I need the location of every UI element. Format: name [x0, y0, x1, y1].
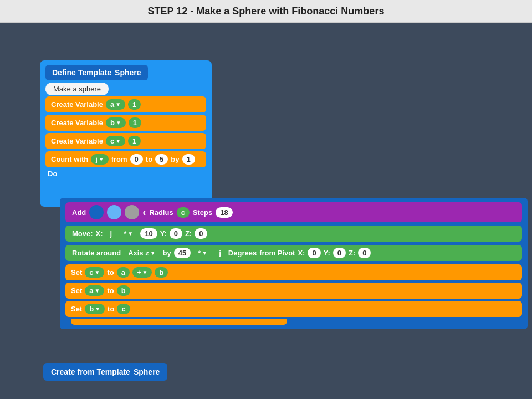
set-c-op[interactable]: + ▼ — [132, 267, 152, 278]
set-a-val[interactable]: b — [117, 285, 130, 296]
comment-row: // Make a sphere — [45, 85, 206, 93]
rotate-z-val[interactable]: 0 — [358, 248, 371, 258]
set-a-var-arrow[interactable]: ▼ — [94, 288, 100, 294]
radius-label: Radius — [149, 208, 173, 217]
move-x-val[interactable]: 10 — [140, 228, 157, 239]
rotate-x-label: X: — [298, 249, 305, 257]
comment-block: Make a sphere — [45, 83, 109, 95]
set-a-block[interactable]: Set a ▼ to b — [65, 283, 522, 299]
rotate-x-val[interactable]: 0 — [308, 248, 320, 258]
rotate-y-val[interactable]: 0 — [333, 248, 346, 258]
set-c-val-b[interactable]: b — [155, 267, 168, 278]
move-label: Move: — [72, 229, 93, 238]
count-from-label: from — [111, 155, 127, 163]
rotate-var-j[interactable]: j — [214, 248, 226, 258]
create-from-template-block[interactable]: Create from Template Sphere — [43, 363, 167, 381]
rotate-block[interactable]: Rotate around Axis z ▼ by 45 * ▼ j Degre… — [65, 245, 522, 261]
from-pivot-label: from Pivot — [259, 249, 295, 257]
comment-text: Make a sphere — [53, 85, 101, 93]
rotate-op-arrow[interactable]: ▼ — [202, 250, 207, 256]
var-b-arrow[interactable]: ▼ — [116, 120, 121, 126]
circle-light-icon — [107, 205, 121, 219]
set-c-to-label: to — [107, 268, 114, 277]
define-template-name: Sphere — [115, 68, 141, 77]
count-j-arrow[interactable]: ▼ — [99, 156, 104, 162]
rotate-op[interactable]: * ▼ — [193, 248, 212, 258]
set-c-var-arrow[interactable]: ▼ — [94, 269, 100, 275]
move-block[interactable]: Move: X: j * ▼ 10 Y: 0 Z: 0 — [65, 226, 522, 242]
set-a-label: Set — [71, 287, 82, 295]
do-label: Do — [45, 167, 206, 179]
loop-container: Add ‹ Radius c Steps 18 Move: X: j * ▼ 1… — [40, 198, 528, 329]
set-b-label: Set — [71, 305, 82, 313]
var-c-arrow[interactable]: ▼ — [115, 138, 121, 144]
rotate-z-label: Z: — [349, 249, 355, 257]
move-x-op[interactable]: * ▼ — [119, 228, 137, 239]
loop-bottom-bar — [71, 319, 287, 325]
var-c-val[interactable]: 1 — [128, 136, 141, 146]
create-from-template-label: Create from Template — [51, 367, 130, 376]
set-b-val[interactable]: c — [117, 304, 130, 314]
move-z-label: Z: — [185, 229, 192, 238]
circle-dark-icon — [89, 205, 104, 219]
set-c-label: Set — [71, 268, 82, 277]
define-template-container: Define Template Sphere // Make a sphere … — [40, 60, 212, 207]
create-var-b-block[interactable]: Create Variable b ▼ 1 — [45, 115, 206, 131]
count-var-j[interactable]: j ▼ — [91, 154, 109, 165]
set-b-to-label: to — [108, 305, 114, 313]
count-to-val[interactable]: 5 — [155, 154, 168, 165]
set-a-to-label: to — [107, 287, 114, 295]
move-x-label: X: — [96, 229, 103, 238]
set-c-val-a[interactable]: a — [117, 267, 130, 278]
move-y-label: Y: — [160, 229, 167, 238]
var-b-name[interactable]: b ▼ — [106, 117, 126, 128]
rotate-label: Rotate around — [72, 249, 121, 257]
define-template-label: Define Template — [52, 68, 111, 77]
move-x-op-arrow[interactable]: ▼ — [127, 231, 133, 237]
chevron-left-icon: ‹ — [142, 207, 146, 218]
create-from-template-name: Sphere — [134, 367, 160, 376]
degrees-label: Degrees — [228, 249, 257, 257]
axis-arrow[interactable]: ▼ — [150, 250, 156, 256]
add-label: Add — [72, 208, 86, 217]
move-z-val[interactable]: 0 — [195, 228, 207, 239]
add-block[interactable]: Add ‹ Radius c Steps 18 — [65, 202, 522, 222]
create-var-b-label: Create Variable — [51, 119, 103, 127]
move-y-val[interactable]: 0 — [170, 228, 182, 239]
circle-grey-icon — [125, 205, 139, 219]
radius-var[interactable]: c — [177, 207, 190, 218]
var-c-name[interactable]: c ▼ — [106, 136, 125, 146]
header: STEP 12 - Make a Sphere with Fibonacci N… — [0, 0, 532, 23]
create-var-c-label: Create Variable — [51, 137, 103, 145]
axis-badge[interactable]: Axis z ▼ — [124, 248, 160, 258]
loop-inner-container: Add ‹ Radius c Steps 18 Move: X: j * ▼ 1… — [60, 198, 528, 329]
set-c-op-arrow[interactable]: ▼ — [142, 269, 147, 275]
count-by-label: by — [171, 155, 179, 163]
set-a-var[interactable]: a ▼ — [85, 285, 104, 296]
var-b-val[interactable]: 1 — [129, 117, 141, 128]
set-b-block[interactable]: Set b ▼ to c — [65, 301, 522, 317]
rotate-by-label: by — [163, 249, 171, 257]
create-var-a-label: Create Variable — [51, 100, 103, 109]
count-to-label: to — [146, 155, 152, 163]
page-title: STEP 12 - Make a Sphere with Fibonacci N… — [148, 6, 385, 17]
move-x-var[interactable]: j — [106, 228, 117, 239]
count-with-label: Count with — [51, 155, 88, 163]
set-b-var-arrow[interactable]: ▼ — [95, 306, 100, 312]
set-c-block[interactable]: Set c ▼ to a + ▼ b — [65, 264, 522, 280]
set-b-var[interactable]: b ▼ — [85, 304, 105, 314]
canvas: Define Template Sphere // Make a sphere … — [0, 23, 532, 393]
rotate-angle[interactable]: 45 — [174, 248, 191, 258]
count-from-val[interactable]: 0 — [130, 154, 143, 165]
steps-val[interactable]: 18 — [216, 207, 232, 218]
count-by-val[interactable]: 1 — [182, 154, 195, 165]
var-a-arrow[interactable]: ▼ — [115, 101, 121, 108]
create-var-a-block[interactable]: Create Variable a ▼ 1 — [45, 96, 206, 112]
steps-label: Steps — [193, 208, 212, 217]
count-with-block[interactable]: Count with j ▼ from 0 to 5 by 1 — [45, 151, 206, 167]
var-a-val[interactable]: 1 — [128, 99, 141, 110]
define-template-block[interactable]: Define Template Sphere — [45, 65, 148, 80]
create-var-c-block[interactable]: Create Variable c ▼ 1 — [45, 133, 206, 149]
set-c-var[interactable]: c ▼ — [85, 267, 104, 278]
var-a-name[interactable]: a ▼ — [106, 99, 125, 110]
